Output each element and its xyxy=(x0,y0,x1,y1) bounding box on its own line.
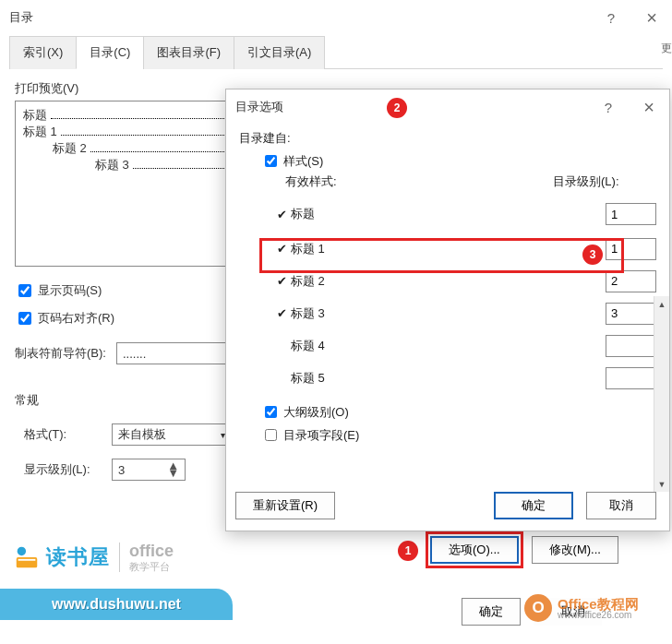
callout-badge-3: 3 xyxy=(582,244,603,265)
titlebar: 目录选项 ? × xyxy=(226,89,669,125)
toc-fields-checkbox[interactable]: 目录项字段(E) xyxy=(261,426,656,444)
level-input[interactable] xyxy=(606,270,656,292)
modify-button[interactable]: 修改(M)... xyxy=(532,536,618,564)
toc-options-dialog: 目录选项 ? × 2 目录建自: 样式(S) 有效样式: 目录级别(L): ✔ … xyxy=(225,89,670,531)
preview-line: 标题 xyxy=(23,107,47,124)
office-logo-icon: O xyxy=(524,594,552,622)
edge-text: 更 xyxy=(661,41,672,56)
tab-citations[interactable]: 引文目录(A) xyxy=(234,36,325,69)
watermark-office26: O Office教程网 www.office26.com xyxy=(524,594,639,622)
scrollbar[interactable]: ▲ ▼ xyxy=(654,296,669,492)
styles-list: ✔ 标题 ✔ 标题 1 ✔ 标题 2 ✔ 标题 3 标题 4 xyxy=(272,196,656,394)
check-icon: ✔ xyxy=(272,274,291,288)
watermark-url: www.dushuwu.net xyxy=(0,589,233,620)
preview-line: 标题 3 xyxy=(95,157,129,173)
scroll-up-icon[interactable]: ▲ xyxy=(654,296,669,312)
valid-styles-label: 有效样式: xyxy=(285,173,553,190)
build-from-label: 目录建自: xyxy=(239,130,656,147)
tab-figures[interactable]: 图表目录(F) xyxy=(143,36,234,69)
help-button[interactable]: ? xyxy=(591,3,631,32)
level-input[interactable] xyxy=(606,203,656,225)
check-icon: ✔ xyxy=(272,242,291,256)
help-button[interactable]: ? xyxy=(588,92,629,122)
level-input[interactable] xyxy=(606,238,656,260)
reset-button[interactable]: 重新设置(R) xyxy=(235,492,335,519)
format-label: 格式(T): xyxy=(24,426,112,443)
preview-line: 标题 2 xyxy=(53,140,87,157)
scroll-down-icon[interactable]: ▼ xyxy=(654,476,669,492)
book-logo-icon xyxy=(13,543,41,571)
style-row: 标题 4 xyxy=(272,329,656,362)
level-input[interactable] xyxy=(606,335,656,357)
callout-badge-1: 1 xyxy=(398,541,418,561)
tab-toc[interactable]: 目录(C) xyxy=(76,36,144,69)
preview-line: 标题 1 xyxy=(23,124,57,140)
dialog-title: 目录选项 xyxy=(235,99,283,115)
style-name: 标题 4 xyxy=(291,338,606,354)
tab-leader-label: 制表符前导符(B): xyxy=(15,345,116,362)
style-name: 标题 1 xyxy=(291,241,606,257)
tab-leader-select[interactable]: .......▾ xyxy=(116,342,236,364)
svg-rect-2 xyxy=(18,559,36,561)
style-row: ✔ 标题 3 xyxy=(272,297,656,329)
style-row: ✔ 标题 xyxy=(272,196,656,233)
close-button[interactable]: × xyxy=(629,92,669,122)
watermark-dushuwu: 读书屋 office 教学平台 xyxy=(13,543,174,572)
dialog-title: 目录 xyxy=(9,9,33,26)
style-name: 标题 3 xyxy=(291,305,606,322)
format-select[interactable]: 来自模板▾ xyxy=(112,423,232,446)
style-row: ✔ 标题 2 xyxy=(272,265,656,297)
toc-level-label: 目录级别(L): xyxy=(553,173,656,190)
level-input[interactable] xyxy=(606,367,656,389)
callout-badge-2: 2 xyxy=(387,98,407,118)
cancel-button[interactable]: 取消 xyxy=(586,492,656,519)
spinner-down-icon[interactable]: ▼ xyxy=(167,470,179,477)
tab-index[interactable]: 索引(X) xyxy=(9,36,77,69)
options-button[interactable]: 选项(O)... xyxy=(430,536,519,564)
styles-checkbox[interactable]: 样式(S) xyxy=(261,152,656,170)
close-button[interactable]: × xyxy=(631,3,672,32)
check-icon: ✔ xyxy=(272,306,291,320)
show-levels-spinner[interactable]: 3 ▲ ▼ xyxy=(112,459,186,481)
titlebar: 目录 ? × xyxy=(0,0,672,35)
show-levels-label: 显示级别(L): xyxy=(24,461,112,478)
tab-strip: 索引(X) 目录(C) 图表目录(F) 引文目录(A) xyxy=(9,35,663,69)
style-row: 标题 5 xyxy=(272,362,656,394)
style-name: 标题 2 xyxy=(291,273,606,290)
style-name: 标题 5 xyxy=(291,370,606,387)
ok-button[interactable]: 确定 xyxy=(494,492,573,519)
style-name: 标题 xyxy=(291,206,606,222)
watermark-text: 读书屋 xyxy=(46,543,110,571)
outline-level-checkbox[interactable]: 大纲级别(O) xyxy=(261,403,656,421)
watermark-office: office 教学平台 xyxy=(129,543,174,572)
ok-button[interactable]: 确定 xyxy=(462,598,521,626)
level-input[interactable] xyxy=(606,303,656,325)
svg-point-0 xyxy=(18,547,26,555)
svg-rect-1 xyxy=(17,557,38,567)
check-icon: ✔ xyxy=(272,208,291,221)
